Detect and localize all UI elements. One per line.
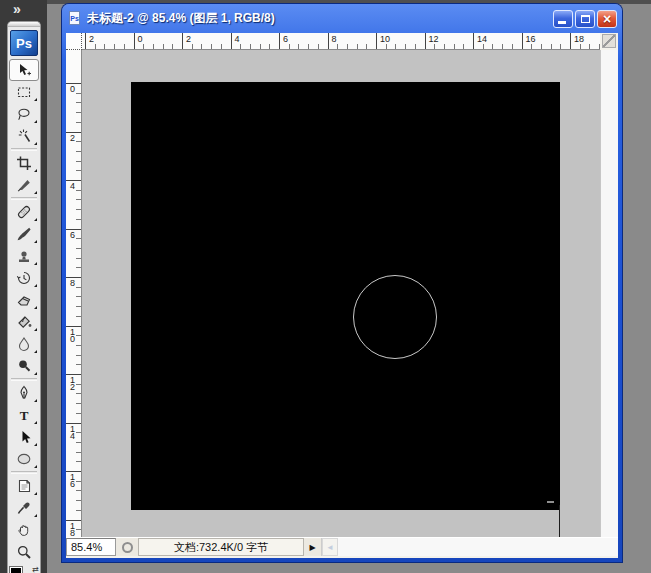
lasso-tool[interactable] [9,103,39,125]
h-ruler-label: 14 [477,34,487,44]
zoom-level-field[interactable]: 85.4% [66,538,116,556]
type-tool[interactable]: T [9,404,39,426]
flyout-triangle-icon [34,284,37,287]
move-tool[interactable] [9,59,39,81]
toolbar-separator [11,471,37,474]
vertical-ruler[interactable]: 024681012141618 [66,50,82,537]
flyout-triangle-icon [34,120,37,123]
window-title: 未标题-2 @ 85.4% (图层 1, RGB/8) [87,10,548,27]
h-ruler-major-tick [328,33,329,49]
h-ruler-major-tick [522,33,523,49]
h-ruler-major-tick [279,33,280,49]
foreground-color-swatch[interactable] [10,567,22,573]
flyout-triangle-icon [34,98,37,101]
v-ruler-label: 10 [70,329,78,343]
flyout-triangle-icon [34,372,37,375]
toolbar-separator [11,148,37,151]
path-selection-tool[interactable] [9,426,39,448]
eraser-tool[interactable] [9,289,39,311]
toolbar-separator [11,378,37,381]
tool-panel: Ps T ⇄ [7,21,41,573]
h-ruler-label: 0 [138,34,143,44]
flyout-triangle-icon [34,142,37,145]
window-content: 2024681012141618 024681012141618 85.4% 文… [66,33,618,558]
version-cue-button[interactable] [116,538,138,556]
flyout-triangle-icon [34,169,37,172]
close-button[interactable]: × [597,10,617,28]
notes-tool[interactable] [9,475,39,497]
zoom-tool[interactable] [9,541,39,563]
version-cue-icon [122,542,133,553]
close-icon: × [603,12,611,26]
minimize-icon [558,21,566,24]
magic-wand-tool[interactable] [9,125,39,147]
history-brush-tool[interactable] [9,267,39,289]
flyout-triangle-icon [34,443,37,446]
pen-tool[interactable] [9,382,39,404]
v-ruler-label: 4 [70,183,78,190]
maximize-icon [581,15,590,23]
paint-bucket-tool[interactable] [9,311,39,333]
statusbar: 85.4% 文档:732.4K/0 字节 ▶ ◄ [66,537,618,556]
flyout-triangle-icon [34,350,37,353]
h-ruler-label: 6 [283,34,288,44]
h-ruler-label: 12 [429,34,439,44]
toolbar-separator [11,197,37,200]
clone-stamp-tool[interactable] [9,245,39,267]
swap-colors-icon[interactable]: ⇄ [32,565,39,573]
tool-dock: » Ps T ⇄ [0,0,47,573]
crop-tool[interactable] [9,152,39,174]
flyout-triangle-icon [34,492,37,495]
maximize-button[interactable] [575,10,595,28]
brush-tool[interactable] [9,223,39,245]
vertical-scrollbar[interactable] [600,50,618,537]
shape-tool[interactable] [9,448,39,470]
flyout-triangle-icon [34,399,37,402]
tool-panel-header[interactable] [8,22,40,27]
canvas-viewport [82,50,600,537]
dodge-tool[interactable] [9,355,39,377]
h-ruler-major-tick [85,33,86,49]
h-ruler-major-tick [425,33,426,49]
hand-tool[interactable] [9,519,39,541]
document-file-icon: Ps [67,11,82,26]
eyedropper-tool[interactable] [9,497,39,519]
h-ruler-major-tick [376,33,377,49]
h-ruler-major-tick [134,33,135,49]
image-canvas[interactable] [131,82,560,510]
minimize-button[interactable] [553,10,573,28]
v-ruler-label: 16 [70,474,78,488]
flyout-triangle-icon [34,262,37,265]
screen: » Ps T ⇄ Ps 未标题-2 @ 85.4% (图层 1, RGB/8) … [0,0,651,573]
flyout-triangle-icon [34,514,37,517]
h-ruler-label: 8 [332,34,337,44]
v-ruler-label: 0 [70,86,78,93]
slice-tool[interactable] [9,174,39,196]
blur-tool[interactable] [9,333,39,355]
v-ruler-label: 2 [70,135,78,142]
v-ruler-label: 8 [70,280,78,287]
v-ruler-label: 6 [70,232,78,239]
canvas-artifact-dash [547,501,554,503]
dock-expand-icon[interactable]: » [13,1,21,17]
color-swatches: ⇄ [9,565,39,573]
horizontal-ruler[interactable]: 2024681012141618 [82,33,600,50]
flyout-triangle-icon [34,240,37,243]
statusbar-menu-arrow[interactable]: ▶ [304,538,321,556]
v-ruler-label: 12 [70,377,78,391]
v-ruler-label: 14 [70,426,78,440]
horizontal-scrollbar[interactable]: ◄ [321,538,618,556]
v-ruler-label: 18 [70,523,78,537]
h-ruler-major-tick [182,33,183,49]
document-info: 文档:732.4K/0 字节 [138,538,304,556]
svg-text:T: T [20,408,29,423]
healing-brush-tool[interactable] [9,201,39,223]
scrollbar-corner-button[interactable] [602,34,616,48]
rectangular-marquee-tool[interactable] [9,81,39,103]
h-ruler-label: 16 [526,34,536,44]
flyout-triangle-icon [34,191,37,194]
ruler-origin-box[interactable] [66,33,82,50]
flyout-triangle-icon [34,306,37,309]
scroll-left-arrow-icon[interactable]: ◄ [322,538,338,556]
titlebar[interactable]: Ps 未标题-2 @ 85.4% (图层 1, RGB/8) × [62,4,622,33]
